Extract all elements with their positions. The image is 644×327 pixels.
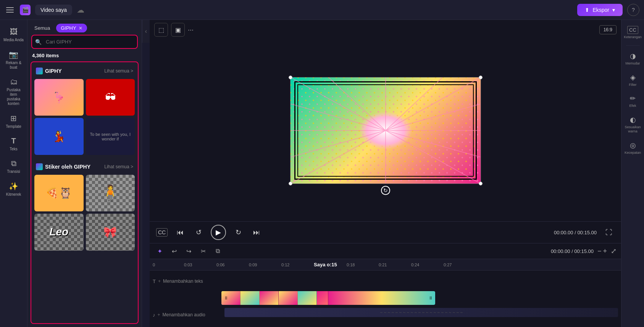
- text-track-label: T + Menambahkan teks: [153, 279, 221, 284]
- sidebar-item-template[interactable]: ⊞ Template: [2, 111, 26, 132]
- audio-waveform: ～～～～～～～～～～～～～～～～～～～～～～: [224, 308, 618, 317]
- right-tool-filter[interactable]: ◈ Filter: [622, 71, 644, 89]
- giphy-thumb-1[interactable]: 🦩: [34, 79, 84, 116]
- audio-note-icon: ♪: [153, 312, 155, 318]
- ruler-mark-24: 0:24: [411, 263, 419, 267]
- text-track-row: T + Menambahkan teks: [150, 273, 621, 290]
- ruler-current-label: Saya o:15: [314, 262, 337, 267]
- timeline-current-time: 00:00.00: [551, 248, 570, 254]
- right-tool-color[interactable]: ◐ Sesuaikan warna: [622, 113, 644, 136]
- menu-icon[interactable]: [5, 6, 15, 14]
- audio-track-add-icon: +: [158, 312, 160, 317]
- giphy-thumb-3[interactable]: 💃: [34, 118, 84, 155]
- svg-line-12: [291, 130, 385, 157]
- text-track-add-icon: +: [158, 279, 161, 284]
- clip-thumb-2: [240, 291, 260, 305]
- main-area: 🖼 Media Anda 📷 Rekam & buat 🗂 Pustaka it…: [0, 20, 644, 327]
- text-track-label-text: Menambahkan teks: [163, 279, 203, 284]
- audio-track-row: ♪ + Menambahkan audio ～～～～～～～～～～～～～～～～～～…: [150, 306, 621, 323]
- magic-tool-button[interactable]: ✦: [154, 246, 165, 256]
- expand-icon: ⤢: [611, 247, 617, 255]
- stiker-thumb-3[interactable]: Leo: [34, 214, 84, 250]
- giphy-filter-remove-button[interactable]: ✕: [79, 26, 82, 31]
- ruler-mark-18: 0:18: [347, 263, 355, 267]
- sidebar-item-media[interactable]: 🖼 Media Anda: [2, 24, 26, 45]
- zoom-in-button[interactable]: +: [603, 247, 607, 255]
- captions-tool-icon: CC: [627, 26, 638, 34]
- timeline-ruler: 0 0:03 0:06 0:09 0:12 Saya o:15 0:18 0:2…: [150, 259, 621, 271]
- handle-top-right[interactable]: [479, 76, 483, 79]
- timeline-expand-button[interactable]: ⤢: [611, 247, 617, 255]
- right-tool-speed[interactable]: ◎ Kecepatan: [622, 139, 644, 157]
- stiker-thumb-3-inner: Leo: [34, 214, 84, 250]
- skip-back-button[interactable]: ⏮: [174, 226, 186, 238]
- stiker-see-all-link[interactable]: Lihat semua >: [104, 164, 133, 169]
- sidebar-item-transition[interactable]: ⧉ Transisi: [2, 156, 26, 177]
- redo-icon: ↪: [186, 248, 191, 255]
- text-track-t-icon: T: [153, 279, 156, 284]
- video-canvas[interactable]: ↻: [290, 77, 481, 184]
- giphy-see-all-link[interactable]: Lihat semua >: [104, 68, 133, 74]
- video-toolbar: ⬚ ▣ ··· 16:9: [150, 20, 621, 40]
- fullscreen-button[interactable]: ⛶: [603, 226, 615, 238]
- layout-button[interactable]: ▣: [171, 23, 185, 37]
- audio-track-content: ～～～～～～～～～～～～～～～～～～～～～～: [224, 308, 618, 322]
- stiker-thumb-2-inner: 🧍: [86, 175, 135, 211]
- sidebar-item-text-label: Teks: [10, 147, 18, 151]
- template-icon: ⊞: [10, 114, 17, 123]
- help-button[interactable]: ?: [627, 4, 639, 16]
- layout-icon: ▣: [175, 26, 181, 34]
- handle-top-left[interactable]: [289, 76, 292, 79]
- video-track-clip[interactable]: ⏸ ⏸: [221, 291, 435, 305]
- rewind-5-button[interactable]: ↺: [192, 226, 205, 238]
- handle-bottom-left[interactable]: [289, 182, 292, 185]
- giphy-thumb-4[interactable]: To be seen with you, I wonder if: [86, 118, 135, 155]
- sidebar-item-sticker[interactable]: ✨ Kitmerek: [2, 179, 26, 200]
- items-count: 4,360 items: [27, 53, 142, 61]
- skip-forward-button[interactable]: ⏭: [250, 226, 263, 238]
- sidebar-item-text[interactable]: T Teks: [2, 134, 26, 155]
- magic-icon: ✦: [157, 248, 162, 255]
- search-input[interactable]: [31, 35, 138, 49]
- playback-bar: CC ⏮ ↺ ▶ ↻ ⏭ 00:00.00 / 00:15.00: [150, 221, 621, 243]
- aspect-ratio-badge: 16:9: [599, 25, 617, 34]
- right-tool-fade[interactable]: ◑ Memudar: [622, 50, 644, 68]
- topbar: 🎬 Video saya ☁ ⬆ Ekspor ▾ ?: [0, 0, 644, 20]
- panel-collapse-arrow[interactable]: ‹: [142, 20, 150, 43]
- copy-button[interactable]: ⧉: [212, 246, 223, 256]
- zoom-out-button[interactable]: −: [597, 247, 602, 255]
- rotate-handle[interactable]: ↻: [381, 186, 390, 195]
- leo-text: Leo: [49, 226, 68, 238]
- handle-bottom-right[interactable]: [479, 182, 483, 185]
- stiker-thumb-2[interactable]: 🧍: [86, 175, 135, 211]
- cut-button[interactable]: ✂: [198, 246, 208, 256]
- clip-thumb-5: [298, 291, 317, 305]
- stiker-thumb-1[interactable]: 🍕🦉: [34, 175, 84, 211]
- speed-tool-label: Kecepatan: [625, 151, 641, 155]
- captions-tool-label: Keterangan: [624, 35, 642, 39]
- right-tool-captions[interactable]: CC Keterangan: [622, 24, 644, 42]
- svg-line-2: [291, 130, 385, 184]
- right-tool-effects[interactable]: ✏ Efek: [622, 92, 644, 110]
- giphy-grid: 🦩 🕶 💃 To be seen with you, I wonder if: [34, 79, 135, 155]
- ruler-mark-12: 0:12: [281, 263, 289, 267]
- ruler-mark-27: 0:27: [444, 263, 452, 267]
- forward-5-button[interactable]: ↻: [232, 226, 244, 238]
- zoom-in-icon: +: [603, 247, 607, 255]
- stiker-thumb-4[interactable]: 🎀: [86, 214, 135, 250]
- more-options-button[interactable]: ···: [188, 26, 194, 34]
- undo-button[interactable]: ↩: [169, 246, 179, 256]
- export-button[interactable]: ⬆ Ekspor ▾: [577, 4, 623, 16]
- giphy-thumb-1-inner: 🦩: [34, 79, 84, 116]
- sidebar-item-record[interactable]: 📷 Rekam & buat: [2, 47, 26, 73]
- sidebar-item-library[interactable]: 🗂 Pustaka item pustaka konten: [2, 74, 26, 109]
- export-label: Ekspor: [592, 7, 609, 13]
- play-button[interactable]: ▶: [211, 225, 226, 240]
- crop-button[interactable]: ⬚: [154, 23, 168, 37]
- filter-all-button[interactable]: Semua: [31, 24, 53, 32]
- giphy-thumb-2[interactable]: 🕶: [86, 79, 135, 116]
- redo-button[interactable]: ↪: [183, 246, 194, 256]
- stiker-thumb-1-inner: 🍕🦉: [34, 175, 84, 211]
- captions-toggle-button[interactable]: CC: [156, 226, 168, 238]
- project-title[interactable]: Video saya: [35, 5, 72, 15]
